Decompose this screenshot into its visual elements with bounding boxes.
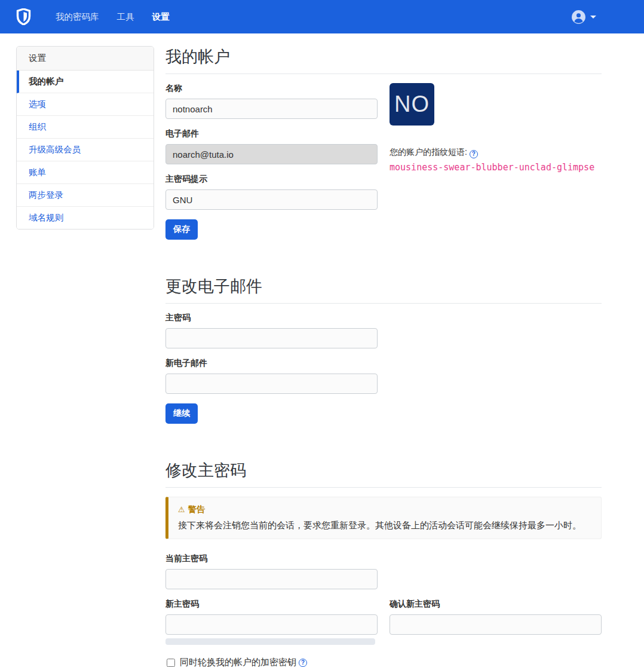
confirm-master-password-input[interactable] [390,614,602,635]
new-master-password-label: 新主密码 [165,599,378,610]
password-hint-input[interactable] [165,189,378,210]
fingerprint-help-icon[interactable]: ? [470,150,478,158]
page-body: 设置 我的帐户 选项 组织 升级高级会员 账单 两步登录 域名规则 我的帐户 名… [0,33,644,667]
title-divider [165,303,602,304]
warning-title: ⚠警告 [178,504,591,515]
sidebar-item-domain-rules[interactable]: 域名规则 [17,207,154,229]
settings-nav-card: 设置 我的帐户 选项 组织 升级高级会员 账单 两步登录 域名规则 [16,46,154,230]
master-password-input[interactable] [165,328,378,348]
account-form-column: 名称 电子邮件 主密码提示 保存 [165,83,378,240]
rotate-key-help-icon[interactable]: ? [299,659,307,667]
new-master-password-input[interactable] [165,614,378,635]
confirm-master-password-column: 确认新主密码 [390,599,602,645]
warning-icon: ⚠ [178,505,185,514]
master-password-label: 主密码 [165,313,602,323]
section-change-master-password: 修改主密码 ⚠警告 接下来将会注销您当前的会话，要求您重新登录。其他设备上的活动… [165,460,602,667]
title-divider [165,487,602,488]
fingerprint-label: 您的账户的指纹短语:? [390,147,602,158]
sidebar-item-my-account[interactable]: 我的帐户 [17,71,154,93]
current-master-password-label: 当前主密码 [165,553,602,564]
fingerprint-phrase: mousiness-swear-blubber-unclad-glimpse [390,162,602,173]
sidebar-item-organizations[interactable]: 组织 [17,116,154,139]
account-menu-button[interactable] [571,10,596,25]
page-title: 我的帐户 [165,46,602,68]
new-master-password-column: 新主密码 [165,599,378,645]
email-label: 电子邮件 [165,128,378,139]
email-input-disabled [165,144,378,164]
warning-callout: ⚠警告 接下来将会注销您当前的会话，要求您重新登录。其他设备上的活动会话可能会继… [165,497,602,539]
new-email-input[interactable] [165,374,378,394]
password-hint-label: 主密码提示 [165,174,378,185]
account-side-column: NO 您的账户的指纹短语:? mousiness-swear-blubber-u… [390,83,602,240]
sidebar-item-billing[interactable]: 账单 [17,161,154,184]
top-navbar: 我的密码库 工具 设置 [0,0,644,33]
password-strength-bar [165,638,375,645]
section-my-account: 我的帐户 名称 电子邮件 主密码提示 保存 [165,46,602,240]
primary-nav: 我的密码库 工具 设置 [47,11,179,23]
settings-sidebar: 设置 我的帐户 选项 组织 升级高级会员 账单 两步登录 域名规则 [16,46,154,667]
user-circle-icon [571,10,586,25]
name-input[interactable] [165,99,378,119]
sidebar-item-two-step-login[interactable]: 两步登录 [17,184,154,207]
confirm-master-password-label: 确认新主密码 [390,599,602,610]
caret-down-icon [590,16,596,19]
sidebar-item-go-premium[interactable]: 升级高级会员 [17,139,154,161]
avatar: NO [390,83,434,126]
save-button[interactable]: 保存 [165,219,198,240]
sidebar-header: 设置 [17,47,154,71]
main-content: 我的帐户 名称 电子邮件 主密码提示 保存 [165,46,602,667]
nav-settings[interactable]: 设置 [143,11,179,23]
name-label: 名称 [165,83,378,94]
title-divider [165,74,602,74]
nav-tools[interactable]: 工具 [108,11,143,23]
change-master-password-title: 修改主密码 [165,460,602,481]
new-email-label: 新电子邮件 [165,358,602,369]
current-master-password-input[interactable] [165,569,378,589]
rotate-key-checkbox[interactable] [167,659,175,667]
warning-text: 接下来将会注销您当前的会话，要求您重新登录。其他设备上的活动会话可能会继续保持最… [178,520,591,531]
bitwarden-shield-icon [16,8,31,25]
continue-button[interactable]: 继续 [165,403,198,424]
change-email-title: 更改电子邮件 [165,276,602,297]
rotate-key-label[interactable]: 同时轮换我的帐户的加密密钥 [180,657,296,667]
sidebar-item-options[interactable]: 选项 [17,93,154,116]
rotate-key-row: 同时轮换我的帐户的加密密钥? [165,657,602,667]
nav-my-vault[interactable]: 我的密码库 [47,11,108,23]
bitwarden-logo[interactable] [16,8,31,25]
section-change-email: 更改电子邮件 主密码 新电子邮件 继续 [165,276,602,424]
